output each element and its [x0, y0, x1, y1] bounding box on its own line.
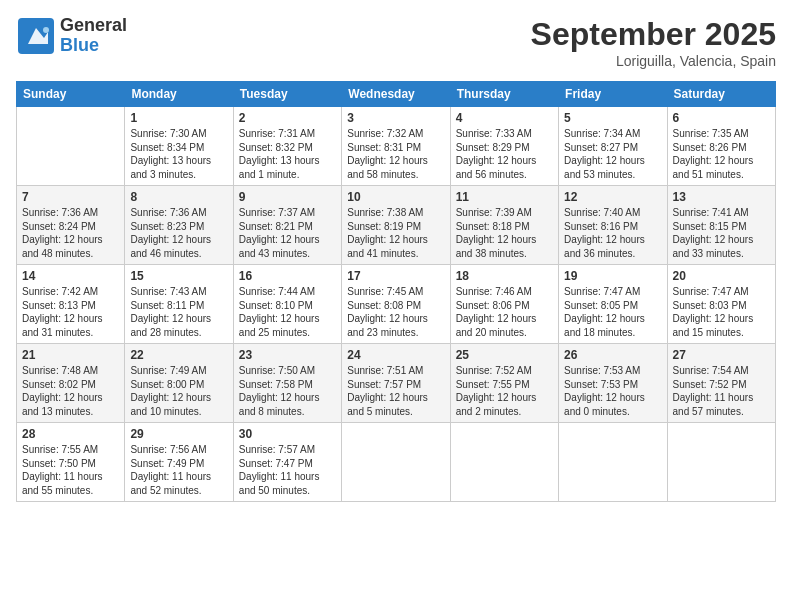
- day-number: 25: [456, 348, 553, 362]
- daylight-info: Daylight: 12 hours: [130, 392, 211, 403]
- day-number: 26: [564, 348, 661, 362]
- day-info: Sunrise: 7:32 AMSunset: 8:31 PMDaylight:…: [347, 127, 444, 181]
- calendar-cell: 13Sunrise: 7:41 AMSunset: 8:15 PMDayligh…: [667, 186, 775, 265]
- sunrise-info: Sunrise: 7:42 AM: [22, 286, 98, 297]
- month-title: September 2025: [531, 16, 776, 53]
- sunrise-info: Sunrise: 7:57 AM: [239, 444, 315, 455]
- sunrise-info: Sunrise: 7:30 AM: [130, 128, 206, 139]
- calendar-cell: [450, 423, 558, 502]
- calendar-cell: [667, 423, 775, 502]
- daylight-info: and 10 minutes.: [130, 406, 201, 417]
- calendar-cell: 7Sunrise: 7:36 AMSunset: 8:24 PMDaylight…: [17, 186, 125, 265]
- title-block: September 2025 Loriguilla, Valencia, Spa…: [531, 16, 776, 69]
- daylight-info: Daylight: 12 hours: [22, 234, 103, 245]
- logo-general: General: [60, 16, 127, 36]
- daylight-info: and 28 minutes.: [130, 327, 201, 338]
- daylight-info: and 38 minutes.: [456, 248, 527, 259]
- sunset-info: Sunset: 8:15 PM: [673, 221, 747, 232]
- logo: General Blue: [16, 16, 127, 56]
- day-info: Sunrise: 7:51 AMSunset: 7:57 PMDaylight:…: [347, 364, 444, 418]
- day-number: 4: [456, 111, 553, 125]
- calendar-cell: 9Sunrise: 7:37 AMSunset: 8:21 PMDaylight…: [233, 186, 341, 265]
- day-info: Sunrise: 7:49 AMSunset: 8:00 PMDaylight:…: [130, 364, 227, 418]
- day-number: 18: [456, 269, 553, 283]
- sunrise-info: Sunrise: 7:36 AM: [22, 207, 98, 218]
- sunset-info: Sunset: 7:58 PM: [239, 379, 313, 390]
- day-number: 5: [564, 111, 661, 125]
- daylight-info: and 18 minutes.: [564, 327, 635, 338]
- sunrise-info: Sunrise: 7:54 AM: [673, 365, 749, 376]
- sunset-info: Sunset: 7:53 PM: [564, 379, 638, 390]
- day-number: 17: [347, 269, 444, 283]
- calendar-cell: 14Sunrise: 7:42 AMSunset: 8:13 PMDayligh…: [17, 265, 125, 344]
- calendar-cell: 17Sunrise: 7:45 AMSunset: 8:08 PMDayligh…: [342, 265, 450, 344]
- daylight-info: and 25 minutes.: [239, 327, 310, 338]
- sunrise-info: Sunrise: 7:47 AM: [673, 286, 749, 297]
- calendar-cell: 12Sunrise: 7:40 AMSunset: 8:16 PMDayligh…: [559, 186, 667, 265]
- day-number: 28: [22, 427, 119, 441]
- day-number: 19: [564, 269, 661, 283]
- day-number: 2: [239, 111, 336, 125]
- daylight-info: Daylight: 12 hours: [239, 392, 320, 403]
- sunset-info: Sunset: 7:49 PM: [130, 458, 204, 469]
- calendar-week-row: 28Sunrise: 7:55 AMSunset: 7:50 PMDayligh…: [17, 423, 776, 502]
- daylight-info: Daylight: 11 hours: [130, 471, 211, 482]
- daylight-info: Daylight: 12 hours: [564, 234, 645, 245]
- day-info: Sunrise: 7:50 AMSunset: 7:58 PMDaylight:…: [239, 364, 336, 418]
- day-info: Sunrise: 7:42 AMSunset: 8:13 PMDaylight:…: [22, 285, 119, 339]
- calendar-table: SundayMondayTuesdayWednesdayThursdayFrid…: [16, 81, 776, 502]
- daylight-info: Daylight: 12 hours: [456, 313, 537, 324]
- daylight-info: and 43 minutes.: [239, 248, 310, 259]
- day-number: 29: [130, 427, 227, 441]
- daylight-info: and 36 minutes.: [564, 248, 635, 259]
- day-number: 8: [130, 190, 227, 204]
- daylight-info: Daylight: 12 hours: [673, 313, 754, 324]
- daylight-info: Daylight: 11 hours: [239, 471, 320, 482]
- location-title: Loriguilla, Valencia, Spain: [531, 53, 776, 69]
- day-number: 30: [239, 427, 336, 441]
- daylight-info: and 2 minutes.: [456, 406, 522, 417]
- day-number: 23: [239, 348, 336, 362]
- calendar-cell: 15Sunrise: 7:43 AMSunset: 8:11 PMDayligh…: [125, 265, 233, 344]
- svg-point-2: [43, 27, 49, 33]
- daylight-info: Daylight: 12 hours: [347, 313, 428, 324]
- daylight-info: and 41 minutes.: [347, 248, 418, 259]
- day-info: Sunrise: 7:54 AMSunset: 7:52 PMDaylight:…: [673, 364, 770, 418]
- day-of-week-header: Saturday: [667, 82, 775, 107]
- sunset-info: Sunset: 7:55 PM: [456, 379, 530, 390]
- calendar-cell: [342, 423, 450, 502]
- logo-text: General Blue: [60, 16, 127, 56]
- daylight-info: Daylight: 12 hours: [239, 313, 320, 324]
- sunset-info: Sunset: 8:11 PM: [130, 300, 204, 311]
- day-number: 11: [456, 190, 553, 204]
- daylight-info: and 31 minutes.: [22, 327, 93, 338]
- daylight-info: and 50 minutes.: [239, 485, 310, 496]
- day-number: 1: [130, 111, 227, 125]
- sunrise-info: Sunrise: 7:44 AM: [239, 286, 315, 297]
- day-number: 10: [347, 190, 444, 204]
- calendar-cell: 8Sunrise: 7:36 AMSunset: 8:23 PMDaylight…: [125, 186, 233, 265]
- day-number: 13: [673, 190, 770, 204]
- calendar-cell: 22Sunrise: 7:49 AMSunset: 8:00 PMDayligh…: [125, 344, 233, 423]
- daylight-info: and 1 minute.: [239, 169, 300, 180]
- sunset-info: Sunset: 8:19 PM: [347, 221, 421, 232]
- sunset-info: Sunset: 8:34 PM: [130, 142, 204, 153]
- day-info: Sunrise: 7:52 AMSunset: 7:55 PMDaylight:…: [456, 364, 553, 418]
- daylight-info: and 46 minutes.: [130, 248, 201, 259]
- calendar-cell: [17, 107, 125, 186]
- day-info: Sunrise: 7:33 AMSunset: 8:29 PMDaylight:…: [456, 127, 553, 181]
- sunrise-info: Sunrise: 7:32 AM: [347, 128, 423, 139]
- calendar-header-row: SundayMondayTuesdayWednesdayThursdayFrid…: [17, 82, 776, 107]
- day-info: Sunrise: 7:41 AMSunset: 8:15 PMDaylight:…: [673, 206, 770, 260]
- day-of-week-header: Thursday: [450, 82, 558, 107]
- calendar-cell: 26Sunrise: 7:53 AMSunset: 7:53 PMDayligh…: [559, 344, 667, 423]
- sunset-info: Sunset: 8:31 PM: [347, 142, 421, 153]
- sunset-info: Sunset: 8:03 PM: [673, 300, 747, 311]
- sunrise-info: Sunrise: 7:47 AM: [564, 286, 640, 297]
- sunset-info: Sunset: 8:00 PM: [130, 379, 204, 390]
- daylight-info: and 3 minutes.: [130, 169, 196, 180]
- sunrise-info: Sunrise: 7:37 AM: [239, 207, 315, 218]
- day-number: 27: [673, 348, 770, 362]
- daylight-info: Daylight: 12 hours: [564, 155, 645, 166]
- day-info: Sunrise: 7:37 AMSunset: 8:21 PMDaylight:…: [239, 206, 336, 260]
